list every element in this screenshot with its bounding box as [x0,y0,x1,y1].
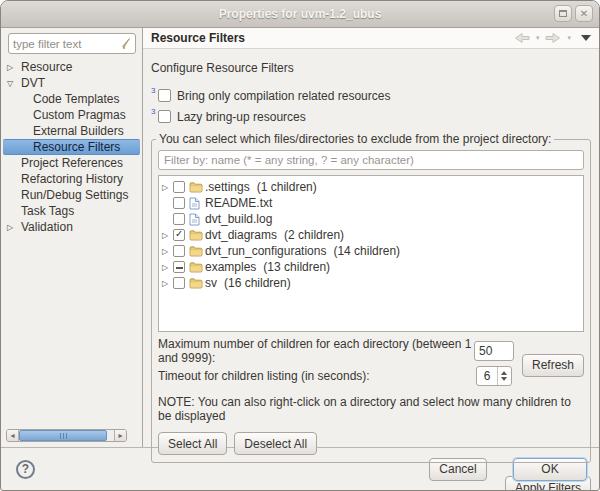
sidebar-item-run-debug-settings[interactable]: Run/Debug Settings [1,187,142,203]
row-checkbox[interactable] [173,181,185,193]
modified-marker: 3 [151,107,156,116]
folder-icon [189,229,205,241]
file-icon [189,213,205,226]
row-checkbox[interactable] [173,197,185,209]
tree-row-readme[interactable]: README.txt [159,195,583,211]
tree-row-settings[interactable]: ▷ .settings (1 children) [159,179,583,195]
expander-collapsed-icon[interactable]: ▷ [162,279,173,288]
page-header: Resource Filters ▾ ▾ [143,28,599,49]
lazy-bring-up-checkbox-row[interactable]: 3 Lazy bring-up resources [151,106,591,127]
timeout-spinner[interactable]: 6 [476,366,512,386]
main-panel: Resource Filters ▾ ▾ Configure Resource … [143,28,599,447]
preferences-tree: ▷ Resource ▽ DVT Code Templates Custom P… [1,59,142,235]
forward-icon[interactable] [545,32,561,44]
preferences-sidebar: type filter text ▷ Resource ▽ DVT Code T… [1,28,143,447]
modified-marker: 3 [151,86,156,95]
sidebar-horizontal-scrollbar[interactable]: ◂ ▸ [6,429,127,442]
folder-icon [189,277,205,289]
expander-collapsed-icon[interactable]: ▷ [162,247,173,256]
sidebar-filter-input[interactable]: type filter text [8,33,136,54]
scroll-left-icon[interactable]: ◂ [7,430,19,441]
row-checkbox[interactable] [173,213,185,225]
back-history-chevron-icon[interactable]: ▾ [536,34,540,42]
maximize-button[interactable] [554,5,572,22]
sidebar-item-resource-filters[interactable]: Resource Filters [3,139,140,155]
forward-history-chevron-icon[interactable]: ▾ [567,34,571,42]
expander-collapsed-icon[interactable]: ▷ [162,263,173,272]
sidebar-item-code-templates[interactable]: Code Templates [1,91,142,107]
tree-row-examples[interactable]: ▷ examples (13 children) [159,259,583,275]
group-legend: You can select which files/directories t… [156,132,554,146]
filter-icon [118,37,131,50]
sidebar-item-external-builders[interactable]: External Builders [1,123,142,139]
tree-row-dvt-diagrams[interactable]: ▷ dvt_diagrams (2 children) [159,227,583,243]
sidebar-item-dvt[interactable]: ▽ DVT [1,75,142,91]
expander-expanded-icon[interactable]: ▽ [7,79,21,88]
folder-icon [189,245,205,257]
lazy-bring-up-checkbox[interactable] [158,110,171,123]
deselect-all-button[interactable]: Deselect All [234,432,317,455]
max-children-input[interactable] [474,341,514,361]
section-title: Configure Resource Filters [151,61,591,75]
sidebar-item-custom-pragmas[interactable]: Custom Pragmas [1,107,142,123]
expander-collapsed-icon[interactable]: ▷ [162,231,173,240]
sidebar-item-task-tags[interactable]: Task Tags [1,203,142,219]
file-icon [189,197,205,210]
window-title: Properties for uvm-1.2_ubus [219,7,382,21]
properties-dialog: Properties for uvm-1.2_ubus ✕ type filte… [0,0,600,491]
sidebar-item-refactoring-history[interactable]: Refactoring History [1,171,142,187]
sidebar-filter-placeholder: type filter text [13,38,118,50]
note-text: NOTE: You can also right-click on a dire… [158,395,584,423]
scrollbar-thumb[interactable] [19,430,107,441]
folder-icon [189,261,205,273]
page-title: Resource Filters [151,31,514,45]
tree-filter-input[interactable] [158,150,584,170]
scroll-right-icon[interactable]: ▸ [114,430,126,441]
row-checkbox[interactable] [173,261,185,273]
row-checkbox[interactable] [173,277,185,289]
bring-only-compilation-checkbox[interactable] [158,89,171,102]
back-icon[interactable] [514,32,530,44]
spinner-down-icon[interactable] [501,377,507,381]
folder-icon [189,181,205,193]
expander-collapsed-icon[interactable]: ▷ [162,183,173,192]
sidebar-item-validation[interactable]: ▷ Validation [1,219,142,235]
tree-row-sv[interactable]: ▷ sv (16 children) [159,275,583,291]
close-button[interactable]: ✕ [575,5,593,22]
expander-collapsed-icon[interactable]: ▷ [7,223,21,232]
tree-row-dvt-build-log[interactable]: dvt_build.log [159,211,583,227]
row-checkbox[interactable] [173,229,185,241]
titlebar[interactable]: Properties for uvm-1.2_ubus ✕ [1,1,599,28]
help-button[interactable]: ? [16,460,35,479]
expander-collapsed-icon[interactable]: ▷ [7,63,21,72]
help-icon: ? [22,462,29,476]
bring-only-compilation-checkbox-row[interactable]: 3 Bring only compilation related resourc… [151,85,591,106]
refresh-button[interactable]: Refresh [522,354,584,377]
maximize-icon [559,10,567,17]
exclude-tree: ▷ .settings (1 children) README.txt [158,175,584,332]
view-menu-icon[interactable] [581,35,591,41]
close-icon: ✕ [580,9,588,19]
timeout-label: Timeout for children listing (in seconds… [158,369,476,383]
tree-row-dvt-run-configurations[interactable]: ▷ dvt_run_configurations (14 children) [159,243,583,259]
spinner-up-icon[interactable] [501,371,507,375]
exclude-files-group: You can select which files/directories t… [151,139,591,463]
row-checkbox[interactable] [173,245,185,257]
select-all-button[interactable]: Select All [158,432,227,455]
sidebar-item-resource[interactable]: ▷ Resource [1,59,142,75]
max-children-label: Maximum number of children for each dire… [158,337,474,365]
sidebar-item-project-references[interactable]: Project References [1,155,142,171]
